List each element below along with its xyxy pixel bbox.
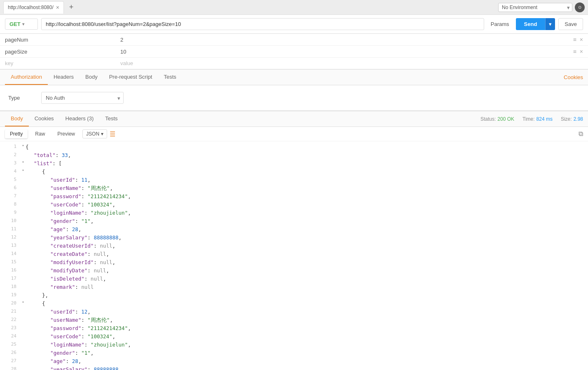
tab-tests[interactable]: Tests xyxy=(158,70,182,85)
fold-icon xyxy=(21,267,26,272)
fold-icon[interactable]: ▾ xyxy=(21,159,26,164)
status-value: 200 OK xyxy=(497,116,514,122)
param-value: 2 xyxy=(120,37,573,43)
fold-icon xyxy=(21,308,26,313)
params-section: pageNum 2 ≡ × pageSize 10 ≡ × key value xyxy=(0,34,588,70)
param-key: pageSize xyxy=(5,49,120,55)
tab-authorization[interactable]: Authorization xyxy=(5,70,48,85)
param-delete-icon[interactable]: × xyxy=(580,36,583,43)
new-tab-button[interactable]: + xyxy=(66,2,77,13)
tab-headers[interactable]: Headers xyxy=(48,70,80,85)
param-row-new: key value xyxy=(0,58,588,69)
json-line: 22"userName": "周杰伦", xyxy=(0,316,588,324)
env-dropdown-wrap: No Environment xyxy=(498,3,572,12)
size-label: Size: xyxy=(561,116,572,122)
param-actions: ≡ × xyxy=(573,36,583,43)
method-selector[interactable]: GET ▾ xyxy=(5,19,38,30)
fold-icon xyxy=(21,250,26,255)
save-button[interactable]: Save xyxy=(558,18,583,30)
fold-icon[interactable]: ▾ xyxy=(21,300,26,304)
fold-icon xyxy=(21,258,26,263)
json-line: 26"gender": "1", xyxy=(0,349,588,357)
fold-icon xyxy=(21,316,26,321)
send-dropdown-button[interactable]: ▾ xyxy=(545,18,555,30)
json-line: 28"yearSalary": 88888888, xyxy=(0,365,588,370)
json-line: 13"createUserId": null, xyxy=(0,242,588,250)
json-line: 6"userName": "周杰伦", xyxy=(0,184,588,192)
json-line: 7"password": "21124214234", xyxy=(0,192,588,201)
auth-type-label: Type xyxy=(8,95,33,101)
json-line: 1▾{ xyxy=(0,143,588,151)
json-line: 9"loginName": "zhoujielun", xyxy=(0,209,588,217)
fold-icon xyxy=(21,184,26,189)
response-section: Body Cookies Headers (3) Tests Status: 2… xyxy=(0,111,588,370)
send-button[interactable]: Send xyxy=(516,18,546,30)
fold-icon xyxy=(21,357,26,362)
json-line: 17"isDeleted": null, xyxy=(0,275,588,283)
url-input[interactable] xyxy=(41,18,484,30)
json-line-content: "userName": "周杰伦", xyxy=(50,316,585,324)
param-menu-icon[interactable]: ≡ xyxy=(573,36,576,43)
format-type-select[interactable]: JSON ▾ xyxy=(82,129,107,138)
url-bar: GET ▾ Params Send ▾ Save xyxy=(0,15,588,34)
browser-tab[interactable]: http://localhost:8080/ × xyxy=(3,1,64,14)
fold-icon xyxy=(21,176,26,181)
resp-status: Status: 200 OK xyxy=(480,116,514,122)
resp-tab-tests[interactable]: Tests xyxy=(99,111,123,126)
param-key-placeholder: key xyxy=(5,60,120,66)
json-line: 16"modifyDate": null, xyxy=(0,267,588,275)
json-viewer[interactable]: 1▾{2"total": 33,3▾"list": [4▾{5"userId":… xyxy=(0,141,588,370)
send-button-group: Send ▾ xyxy=(516,18,555,30)
fold-icon xyxy=(21,283,26,288)
tab-body[interactable]: Body xyxy=(80,70,103,85)
json-line: 11"age": 28, xyxy=(0,225,588,234)
tab-prerequest[interactable]: Pre-request Script xyxy=(103,70,158,85)
auth-type-select[interactable]: No Auth Bearer Token Basic Auth API Key … xyxy=(41,92,124,104)
json-line-content: "userCode": "100324", xyxy=(50,201,585,209)
format-preview-button[interactable]: Preview xyxy=(52,129,80,138)
json-line: 25"loginName": "zhoujielun", xyxy=(0,341,588,349)
json-line: 2"total": 33, xyxy=(0,151,588,159)
environment-select[interactable]: No Environment xyxy=(498,3,572,12)
request-tabs: Authorization Headers Body Pre-request S… xyxy=(0,70,588,85)
tab-label: http://localhost:8080/ xyxy=(8,5,54,10)
param-menu-icon[interactable]: ≡ xyxy=(573,48,576,55)
json-line-content: "loginName": "zhoujielun", xyxy=(50,341,585,349)
json-line-content: "yearSalary": 88888888, xyxy=(50,234,585,242)
json-line-content: { xyxy=(42,168,585,176)
resp-tab-cookies[interactable]: Cookies xyxy=(29,111,60,126)
json-line: 10"gender": "1", xyxy=(0,217,588,225)
resp-tab-headers[interactable]: Headers (3) xyxy=(60,111,100,126)
json-line: 20▾{ xyxy=(0,300,588,308)
param-actions: ≡ × xyxy=(573,48,583,55)
fold-icon xyxy=(21,151,26,156)
fold-icon xyxy=(21,217,26,222)
param-delete-icon[interactable]: × xyxy=(580,48,583,55)
json-line-content: "userId": 11, xyxy=(50,176,585,184)
env-settings-icon[interactable]: ⊙ xyxy=(575,2,585,12)
resp-tab-body[interactable]: Body xyxy=(5,111,29,126)
json-line-content: }, xyxy=(42,291,585,300)
param-key: pageNum xyxy=(5,37,120,43)
resp-time: Time: 824 ms xyxy=(522,116,553,122)
json-line: 21"userId": 12, xyxy=(0,308,588,316)
json-line-content: "password": "21124214234", xyxy=(50,324,585,333)
environment-selector: No Environment ⊙ xyxy=(498,2,585,12)
format-pretty-button[interactable]: Pretty xyxy=(5,129,28,138)
fold-icon xyxy=(21,209,26,214)
tab-close-icon[interactable]: × xyxy=(56,4,59,11)
json-line-content: "userId": 12, xyxy=(50,308,585,316)
json-line: 8"userCode": "100324", xyxy=(0,201,588,209)
wrap-icon[interactable]: ☰ xyxy=(110,130,115,138)
format-raw-button[interactable]: Raw xyxy=(30,129,50,138)
json-line: 23"password": "21124214234", xyxy=(0,324,588,333)
method-label: GET xyxy=(9,21,21,27)
size-value: 2.98 xyxy=(574,116,583,122)
fold-icon[interactable]: ▾ xyxy=(21,143,26,148)
params-button[interactable]: Params xyxy=(487,19,513,30)
fold-icon xyxy=(21,192,26,197)
copy-button[interactable]: ⧉ xyxy=(579,130,583,138)
cookies-link[interactable]: Cookies xyxy=(564,74,583,80)
fold-icon xyxy=(21,365,26,370)
fold-icon[interactable]: ▾ xyxy=(21,168,26,173)
